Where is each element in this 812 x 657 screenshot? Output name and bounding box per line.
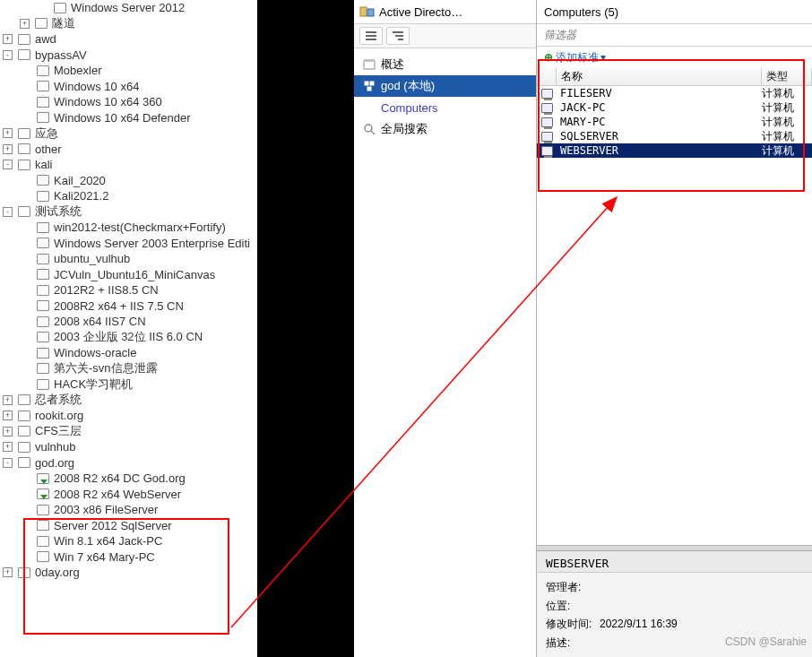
tree-item-label: Mobexler [54,64,101,77]
tree-item-label: Win 7 x64 Mary-PC [54,550,155,564]
tree-item[interactable]: +隧道 [0,16,257,32]
vm-icon [37,300,49,311]
tree-item[interactable]: -god.org [0,455,257,471]
expand-icon[interactable]: + [3,411,13,420]
tree-item[interactable]: 2012R2 + IIS8.5 CN [0,282,257,298]
tree-item-label: Windows 10 x64 [54,80,139,93]
vm-icon [35,18,48,29]
tree-item[interactable]: HACK学习靶机 [0,376,257,393]
vm-icon [37,520,49,531]
svg-line-8 [371,131,375,134]
nav-domain[interactable]: god (本地) [354,75,536,97]
row-icon-cell [537,146,557,156]
tree-item-label: Kail_2020 [54,174,106,187]
tree-item[interactable]: Windows 10 x64 [0,79,257,95]
vm-icon [37,222,49,233]
tree-item-label: Server 2012 SqlServer [54,519,172,532]
tree-item[interactable]: +0day.org [0,565,257,581]
tree-item[interactable]: -bypassAV [0,48,257,64]
tree-item[interactable]: +忍者系统 [0,393,257,409]
tree-item-label: 2008 R2 x64 WebServer [54,488,181,501]
collapse-icon[interactable]: - [3,458,13,468]
collapse-icon[interactable]: - [3,50,13,60]
nav-computers[interactable]: Computers [354,97,536,118]
vm-icon [37,65,49,76]
tree-item[interactable]: Mobexler [0,63,257,79]
vm-icon [37,536,49,547]
add-criteria-button[interactable]: ⊕ 添加标准 ▾ [537,47,812,68]
view-tree-button[interactable] [386,27,410,45]
table-row[interactable]: MARY-PC计算机 [537,115,812,129]
tree-item[interactable]: Kail_2020 [0,173,257,189]
tree-item[interactable]: JCVuln_Ubuntu16_MiniCanvas [0,267,257,283]
expand-icon[interactable]: + [3,144,13,154]
tree-item[interactable]: +CFS三层 [0,424,257,440]
computers-title: Computers (5) [537,0,812,23]
tree-item-label: Windows-oracle [54,346,136,359]
tree-item[interactable]: -kali [0,157,257,173]
tree-item[interactable]: Windows Server 2012 [0,0,257,16]
expand-icon[interactable]: + [3,567,13,577]
expand-icon[interactable]: + [3,128,13,138]
tree-item[interactable]: Server 2012 SqlServer [0,518,257,534]
details-row: 位置: [546,597,803,615]
tree-item[interactable]: +应急 [0,125,257,142]
tree-item-label: awd [35,32,56,46]
tree-item[interactable]: +vulnhub [0,439,257,455]
computer-icon [541,117,553,127]
tree-item[interactable]: Kali2021.2 [0,188,257,204]
tree-item-label: 应急 [35,125,58,142]
search-icon [363,123,376,135]
tree-item[interactable]: win2012-test(Checkmarx+Fortify) [0,220,257,236]
nav-overview[interactable]: 概述 [354,54,536,75]
tree-item[interactable]: 2008R2 x64 + IIS 7.5 CN [0,298,257,315]
tree-item[interactable]: Win 7 x64 Mary-PC [0,549,257,566]
tree-item[interactable]: 2008 R2 x64 DC God.org [0,471,257,487]
table-row[interactable]: FILESERV计算机 [537,86,812,100]
expand-icon[interactable]: + [3,442,13,452]
tree-item[interactable]: -测试系统 [0,204,257,220]
tree-item[interactable]: Windows 10 x64 Defender [0,110,257,126]
tree-item[interactable]: 第六关-svn信息泄露 [0,361,257,377]
table-row[interactable]: SQLSERVER计算机 [537,129,812,143]
computer-icon [541,146,553,156]
table-row[interactable]: JACK-PC计算机 [537,100,812,115]
filter-input[interactable] [537,24,812,46]
svg-point-7 [365,125,372,132]
table-row[interactable]: WEBSERVER计算机 [537,143,812,158]
tree-item-label: bypassAV [35,48,87,62]
tree-item[interactable]: Win 8.1 x64 Jack-PC [0,533,257,549]
tree-item[interactable]: Windows-oracle [0,345,257,361]
view-list-button[interactable] [359,27,383,45]
tree-item[interactable]: 2003 企业版 32位 IIS 6.0 CN [0,330,257,346]
tree-item[interactable]: +rookit.org [0,408,257,424]
collapse-icon[interactable]: - [3,207,13,217]
vm-icon [37,316,49,327]
expand-icon[interactable]: + [20,19,30,29]
caret-down-icon: ▾ [600,51,606,64]
expand-icon[interactable]: + [3,395,13,405]
vm-icon [18,34,30,45]
tree-item[interactable]: +awd [0,31,257,48]
computer-icon [541,103,553,113]
col-type[interactable]: 类型 [762,68,812,85]
tree-item-label: 第六关-svn信息泄露 [54,360,158,376]
filter-bar [537,23,812,47]
tree-item[interactable]: 2008 x64 IIS7 CN [0,314,257,330]
nav-global-search[interactable]: 全局搜索 [354,118,536,140]
tree-item[interactable]: ubuntu_vulhub [0,251,257,267]
tree-item[interactable]: Windows 10 x64 360 [0,94,257,110]
col-name[interactable]: 名称 [557,68,762,85]
tree-item[interactable]: +other [0,142,257,158]
collapse-icon[interactable]: - [3,160,13,169]
vm-tree[interactable]: Windows Server 2012+隧道+awd-bypassAVMobex… [0,0,257,581]
vm-icon [18,411,30,421]
tree-item[interactable]: 2008 R2 x64 WebServer [0,487,257,503]
row-name: FILESERV [557,87,762,99]
expand-icon[interactable]: + [3,427,13,437]
tree-item[interactable]: Windows Server 2003 Enterprise Editi [0,236,257,252]
tree-item[interactable]: 2003 x86 FileServer [0,502,257,518]
expand-icon[interactable]: + [3,34,13,44]
col-icon[interactable] [537,68,557,85]
row-type: 计算机 [762,143,812,159]
